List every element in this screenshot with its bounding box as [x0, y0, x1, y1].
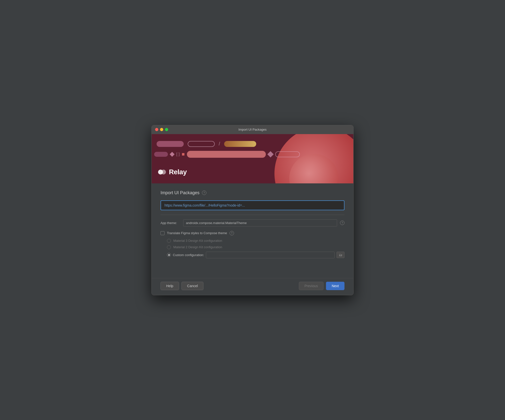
hero-slash: /: [219, 141, 220, 147]
radio-custom-row: Custom configuration: 🗂: [167, 252, 344, 258]
section-title-text: Import UI Packages: [161, 190, 199, 195]
section-title-row: Import UI Packages ?: [161, 190, 344, 195]
hero-diamond-2: [268, 151, 274, 157]
radio-material3-label: Material 3 Design Kit configuration: [173, 239, 222, 243]
window-controls: [155, 128, 168, 131]
hero-pill-2: [188, 141, 215, 147]
window-title: Import UI Packages: [238, 128, 267, 131]
help-button[interactable]: Help: [161, 282, 179, 290]
divider: [161, 215, 344, 215]
app-theme-label: App theme:: [161, 221, 180, 225]
hero-banner: / [ ] Relay: [152, 134, 353, 183]
footer: Help Cancel Previous Next: [152, 278, 353, 295]
radio-material2-label: Material 2 Design Kit configuration: [173, 245, 222, 249]
translate-checkbox-row: Translate Figma styles to Compose theme …: [161, 231, 344, 235]
custom-config-input[interactable]: [206, 252, 335, 258]
relay-label: Relay: [169, 168, 187, 176]
relay-icon: [158, 168, 166, 176]
radio-group: Material 3 Design Kit configuration Mate…: [161, 239, 344, 258]
hero-pill-1: [157, 141, 184, 147]
app-theme-input[interactable]: [183, 219, 337, 227]
hero-row2: [ ]: [154, 151, 300, 158]
app-theme-row: App theme: ?: [161, 219, 344, 227]
main-window: Import UI Packages / [ ]: [151, 125, 354, 295]
title-bar: Import UI Packages: [152, 125, 353, 134]
translate-checkbox[interactable]: [161, 231, 164, 235]
hero-small-square: [182, 153, 184, 156]
hero-long-pill: [187, 151, 266, 158]
radio-material2[interactable]: [167, 245, 171, 249]
footer-left: Help Cancel: [161, 282, 203, 290]
radio-custom[interactable]: [167, 253, 171, 257]
radio-material3-row: Material 3 Design Kit configuration: [167, 239, 344, 243]
hero-row1: /: [157, 141, 256, 147]
hero-small-pill: [154, 152, 168, 157]
previous-button[interactable]: Previous: [299, 282, 324, 290]
next-button[interactable]: Next: [326, 282, 344, 290]
figma-url-input[interactable]: [161, 200, 344, 210]
translate-label: Translate Figma styles to Compose theme: [167, 231, 227, 235]
radio-custom-label: Custom configuration:: [173, 253, 204, 257]
hero-pill-outline2: [275, 151, 300, 157]
maximize-button[interactable]: [165, 128, 168, 131]
section-help-icon[interactable]: ?: [202, 191, 206, 195]
relay-logo: Relay: [158, 168, 187, 176]
hero-bracket: [ ]: [176, 152, 180, 157]
footer-right: Previous Next: [299, 282, 344, 290]
close-button[interactable]: [155, 128, 158, 131]
svg-point-1: [161, 170, 166, 175]
theme-help-icon[interactable]: ?: [340, 221, 344, 225]
radio-material3[interactable]: [167, 239, 171, 243]
main-content: Import UI Packages ? App theme: ? Transl…: [152, 183, 353, 263]
minimize-button[interactable]: [160, 128, 163, 131]
translate-help-icon[interactable]: ?: [230, 231, 234, 235]
radio-material2-row: Material 2 Design Kit configuration: [167, 245, 344, 249]
cancel-button[interactable]: Cancel: [181, 282, 204, 290]
folder-icon: 🗂: [339, 253, 342, 257]
hero-diamond-1: [170, 152, 175, 157]
hero-pill-3: [224, 141, 256, 147]
folder-browse-button[interactable]: 🗂: [337, 252, 344, 258]
